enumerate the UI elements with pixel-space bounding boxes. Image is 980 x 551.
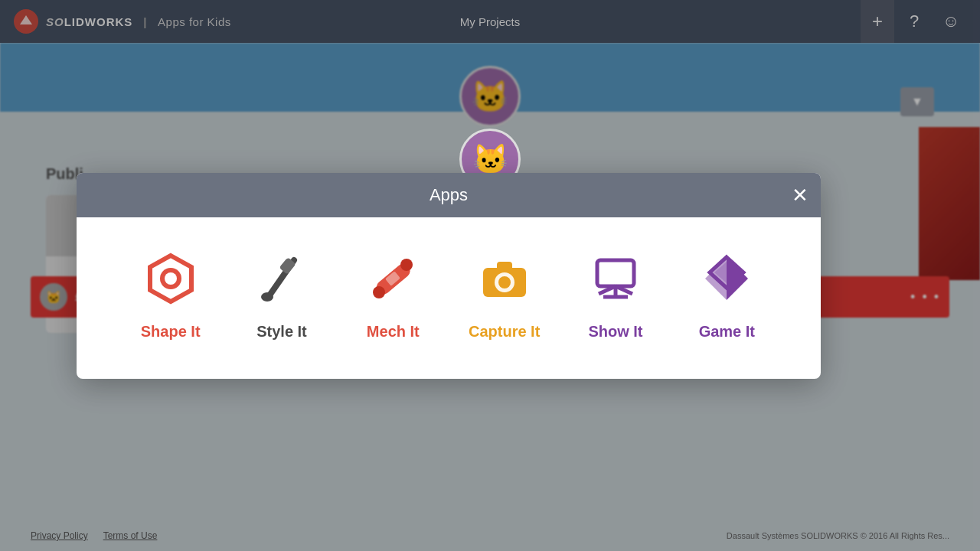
style-it-icon — [251, 248, 312, 309]
style-it-label: Style It — [256, 323, 307, 341]
svg-marker-22 — [727, 257, 748, 300]
svg-point-14 — [498, 276, 511, 289]
game-it-label: Game It — [699, 323, 755, 341]
app-item-capture-it[interactable]: Capture It — [456, 248, 552, 341]
app-item-shape-it[interactable]: Shape It — [122, 248, 218, 341]
shape-it-label: Shape It — [141, 323, 201, 341]
mech-it-icon — [362, 248, 423, 309]
svg-point-8 — [373, 286, 385, 298]
capture-it-label: Capture It — [469, 323, 540, 341]
modal-overlay[interactable]: 🐱 Apps ✕ Shape It — [0, 0, 980, 551]
app-item-mech-it[interactable]: Mech It — [345, 248, 441, 341]
svg-rect-12 — [497, 262, 512, 271]
svg-rect-15 — [597, 260, 634, 286]
capture-it-icon — [474, 248, 535, 309]
game-it-icon — [696, 248, 757, 309]
modal-header: Apps ✕ — [77, 173, 821, 217]
modal-title: Apps — [430, 185, 468, 204]
modal-body: Shape It Style It — [77, 217, 821, 379]
svg-point-5 — [261, 292, 273, 302]
modal-close-button[interactable]: ✕ — [792, 185, 808, 205]
shape-it-icon — [140, 248, 201, 309]
modal-container: 🐱 Apps ✕ Shape It — [77, 173, 903, 379]
app-item-style-it[interactable]: Style It — [234, 248, 329, 341]
app-item-game-it[interactable]: Game It — [679, 248, 775, 341]
apps-modal: Apps ✕ Shape It — [77, 173, 821, 379]
show-it-icon — [585, 248, 646, 309]
show-it-label: Show It — [588, 323, 642, 341]
svg-point-3 — [165, 272, 177, 285]
app-item-show-it[interactable]: Show It — [567, 248, 663, 341]
mech-it-label: Mech It — [367, 323, 420, 341]
svg-point-9 — [400, 259, 413, 271]
svg-marker-23 — [705, 257, 727, 300]
